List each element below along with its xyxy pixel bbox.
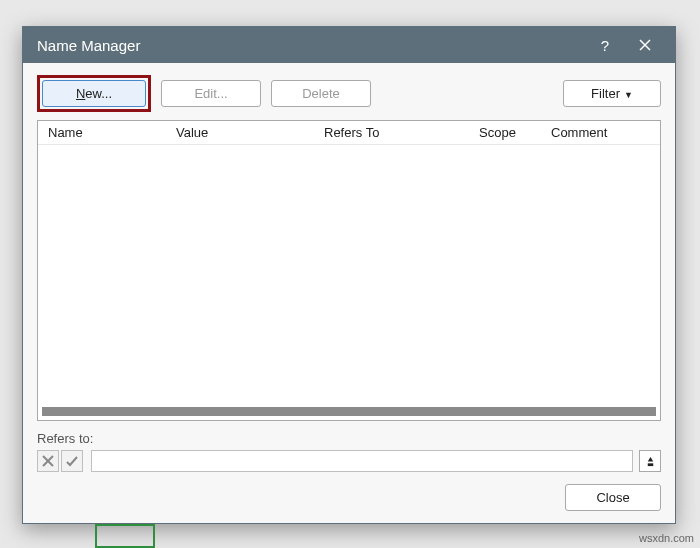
close-button[interactable]: Close: [565, 484, 661, 511]
toolbar: New... Edit... Delete Filter ▼: [37, 75, 661, 112]
horizontal-scrollbar[interactable]: [38, 406, 660, 420]
refers-to-section: Refers to:: [37, 431, 661, 472]
filter-label: Filter: [591, 86, 620, 101]
background-selection-peek: [95, 524, 155, 548]
help-button[interactable]: ?: [585, 27, 625, 63]
new-button[interactable]: New...: [42, 80, 146, 107]
list-header: Name Value Refers To Scope Comment: [38, 121, 660, 145]
svg-rect-4: [647, 463, 653, 466]
delete-button[interactable]: Delete: [271, 80, 371, 107]
new-mnemonic: N: [76, 86, 85, 101]
close-window-button[interactable]: [625, 27, 665, 63]
names-list[interactable]: Name Value Refers To Scope Comment: [37, 120, 661, 421]
collapse-icon: [645, 456, 656, 467]
column-comment[interactable]: Comment: [551, 125, 660, 140]
column-refers-to[interactable]: Refers To: [324, 125, 479, 140]
cancel-refers-button[interactable]: [37, 450, 59, 472]
new-label-rest: ew...: [85, 86, 112, 101]
svg-marker-5: [647, 456, 653, 461]
dialog-footer: Close: [37, 484, 661, 511]
list-body-empty: [38, 145, 660, 406]
watermark: wsxdn.com: [639, 532, 694, 544]
refers-to-controls: [37, 450, 661, 472]
column-value[interactable]: Value: [176, 125, 324, 140]
titlebar: Name Manager ?: [23, 27, 675, 63]
filter-button[interactable]: Filter ▼: [563, 80, 661, 107]
collapse-dialog-button[interactable]: [639, 450, 661, 472]
edit-button[interactable]: Edit...: [161, 80, 261, 107]
dialog-title: Name Manager: [37, 37, 585, 54]
refers-to-input[interactable]: [91, 450, 633, 472]
new-button-highlight: New...: [37, 75, 151, 112]
accept-refers-button[interactable]: [61, 450, 83, 472]
column-name[interactable]: Name: [48, 125, 176, 140]
close-icon: [639, 39, 651, 51]
refers-to-label: Refers to:: [37, 431, 661, 446]
name-manager-dialog: Name Manager ? New... Edit... Delete Fil…: [22, 26, 676, 524]
x-icon: [42, 455, 54, 467]
dialog-content: New... Edit... Delete Filter ▼ Name Valu…: [23, 63, 675, 523]
chevron-down-icon: ▼: [624, 90, 633, 100]
column-scope[interactable]: Scope: [479, 125, 551, 140]
scrollbar-thumb[interactable]: [42, 407, 656, 416]
check-icon: [66, 455, 78, 467]
